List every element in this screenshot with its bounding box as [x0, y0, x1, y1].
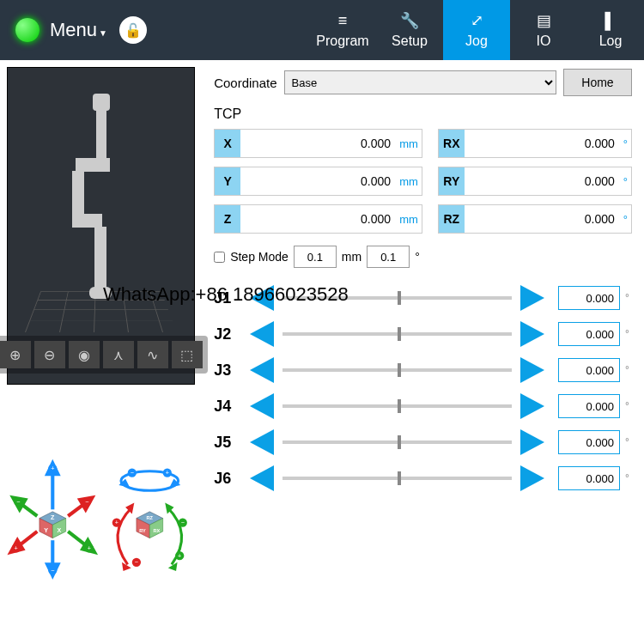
zoom-in-button[interactable]: ⊕ — [0, 341, 31, 368]
home-button[interactable]: Home — [563, 69, 632, 96]
log-icon: ▌ — [605, 11, 617, 30]
svg-text:−: − — [134, 559, 137, 566]
svg-text:−: − — [16, 499, 20, 506]
joint-row-j6: J6° — [214, 460, 632, 496]
tcp-y-input[interactable] — [240, 167, 396, 195]
j5-plus-button[interactable] — [520, 429, 553, 455]
step-mode-checkbox[interactable] — [214, 252, 225, 263]
joint-row-j2: J2° — [214, 316, 632, 352]
joint-row-j3: J3° — [214, 352, 632, 388]
tcp-label: TCP — [214, 106, 632, 122]
path-button[interactable]: ∿ — [137, 341, 168, 368]
j2-slider[interactable] — [283, 332, 512, 336]
tab-log[interactable]: ▌Log — [577, 0, 644, 60]
j5-value-input[interactable] — [558, 430, 620, 454]
j2-minus-button[interactable] — [241, 321, 274, 347]
j6-value-input[interactable] — [558, 466, 620, 490]
svg-text:RX: RX — [153, 528, 160, 533]
viewer-toolbar: ⊕ ⊖ ◉ ⋏ ∿ ⬚ — [0, 336, 208, 374]
lock-button[interactable]: 🔓 — [119, 16, 147, 44]
tcp-field-x: Xmm — [214, 129, 422, 158]
j2-value-input[interactable] — [558, 322, 620, 346]
svg-text:+: + — [165, 470, 168, 477]
step-mode-label: Step Mode — [230, 250, 289, 264]
j3-plus-button[interactable] — [520, 357, 553, 383]
fit-button[interactable]: ⬚ — [172, 341, 203, 368]
j5-minus-button[interactable] — [241, 429, 274, 455]
app-header: Menu▼ 🔓 ≡Program🔧Setup⤢Jog▤IO▌Log — [0, 0, 644, 60]
program-icon: ≡ — [338, 11, 348, 30]
tcp-z-input[interactable] — [240, 205, 396, 233]
svg-text:−: − — [130, 470, 133, 477]
tab-io[interactable]: ▤IO — [510, 0, 577, 60]
j6-minus-button[interactable] — [241, 465, 274, 491]
tcp-rx-input[interactable] — [465, 130, 620, 157]
svg-text:+: + — [51, 465, 54, 472]
rotational-jog-control[interactable]: RZ RY RX − + − + — [106, 400, 194, 632]
tcp-field-rx: RX° — [438, 129, 632, 158]
svg-text:+: + — [114, 519, 118, 526]
joint-row-j5: J5° — [214, 424, 632, 460]
j2-plus-button[interactable] — [520, 321, 553, 347]
j5-slider[interactable] — [283, 440, 512, 444]
svg-text:RY: RY — [139, 528, 146, 533]
svg-text:−: − — [51, 568, 54, 574]
svg-text:Z: Z — [51, 514, 55, 521]
j4-plus-button[interactable] — [520, 393, 553, 419]
io-icon: ▤ — [537, 11, 551, 30]
jog-icon: ⤢ — [471, 11, 483, 30]
jog-diagram: Z Y X + − + − — [0, 392, 202, 641]
svg-text:−: − — [85, 499, 88, 506]
zoom-out-button[interactable]: ⊖ — [34, 341, 65, 368]
tcp-rz-input[interactable] — [465, 205, 620, 233]
nav-tabs: ≡Program🔧Setup⤢Jog▤IO▌Log — [309, 0, 644, 60]
svg-text:+: + — [88, 545, 91, 552]
joint-row-j1: J1° — [214, 280, 632, 316]
tcp-field-ry: RY° — [438, 167, 632, 196]
j3-minus-button[interactable] — [241, 357, 274, 383]
j4-minus-button[interactable] — [241, 393, 274, 419]
step-linear-input[interactable] — [294, 246, 337, 268]
j1-value-input[interactable] — [558, 286, 620, 310]
tcp-field-z: Zmm — [214, 204, 422, 234]
svg-text:+: + — [15, 545, 18, 552]
svg-text:RZ: RZ — [146, 515, 153, 520]
svg-text:−: − — [180, 519, 184, 526]
joint-controls: J1°J2°J3°J4°J5°J6° — [214, 280, 632, 496]
tab-jog[interactable]: ⤢Jog — [443, 0, 510, 60]
tcp-field-rz: RZ° — [438, 204, 632, 234]
tab-setup[interactable]: 🔧Setup — [376, 0, 443, 60]
j3-slider[interactable] — [283, 368, 512, 372]
svg-text:X: X — [58, 527, 62, 534]
j6-slider[interactable] — [283, 477, 512, 480]
j6-plus-button[interactable] — [520, 465, 553, 491]
j1-slider[interactable] — [283, 296, 512, 300]
j1-plus-button[interactable] — [520, 285, 553, 311]
joint-row-j4: J4° — [214, 388, 632, 424]
step-angular-input[interactable] — [367, 246, 410, 268]
j4-slider[interactable] — [283, 404, 512, 408]
3d-viewer[interactable]: ⊕ ⊖ ◉ ⋏ ∿ ⬚ — [7, 67, 195, 385]
reset-view-button[interactable]: ◉ — [69, 341, 100, 368]
tab-program[interactable]: ≡Program — [309, 0, 376, 60]
svg-text:Y: Y — [44, 527, 48, 534]
tcp-ry-input[interactable] — [465, 167, 620, 195]
tcp-x-input[interactable] — [240, 130, 396, 157]
linear-jog-control[interactable]: Z Y X + − + − — [9, 400, 97, 632]
j1-minus-button[interactable] — [241, 285, 274, 311]
j3-value-input[interactable] — [558, 358, 620, 382]
svg-text:+: + — [178, 553, 181, 560]
status-indicator — [15, 18, 39, 42]
unlock-icon: 🔓 — [125, 22, 142, 39]
menu-button[interactable]: Menu▼ — [50, 19, 107, 41]
j4-value-input[interactable] — [558, 394, 620, 418]
tcp-field-y: Ymm — [214, 167, 422, 196]
axes-button[interactable]: ⋏ — [103, 341, 134, 368]
setup-icon: 🔧 — [400, 11, 419, 30]
coordinate-select[interactable]: Base — [284, 70, 556, 94]
coordinate-label: Coordinate — [214, 76, 276, 90]
tcp-grid: XmmRX°YmmRY°ZmmRZ° — [214, 129, 632, 234]
